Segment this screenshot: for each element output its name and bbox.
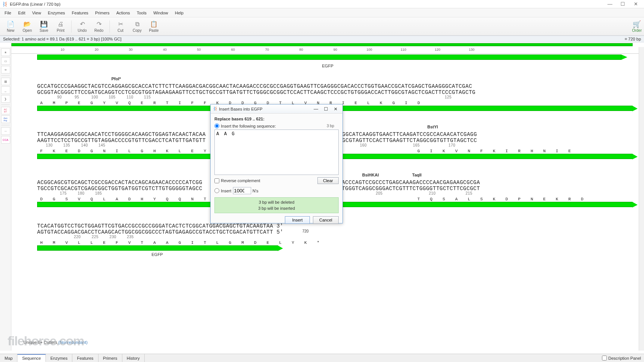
menu-enzymes[interactable]: Enzymes: [45, 9, 68, 16]
toolbar-separator: [109, 20, 110, 33]
sequence-top-strand[interactable]: GCCATGCCCGAAGGCTACGTCCAGGAGCGCACCATCTTCT…: [37, 83, 633, 89]
sequence-top-strand[interactable]: ACCCAGTCCGCCCTGAGCAAAGACCCCAACGAGAAGCGCG…: [342, 179, 480, 186]
cart-icon: 🛒: [633, 20, 641, 28]
print-icon: 🖨: [57, 20, 64, 28]
sequence-top-strand[interactable]: GGCATCAAGGTGAACTTCAAGATCCGCCACAACATCGAGG: [342, 131, 477, 137]
new-icon: 📄: [7, 20, 14, 28]
dialog-maximize-button[interactable]: ☐: [321, 106, 330, 112]
toolbar: 📄New 📂Open 💾Save 🖨Print ↶Undo ↷Redo ✂Cut…: [0, 17, 644, 36]
new-button[interactable]: 📄New: [2, 19, 19, 34]
menu-bar: File Edit View Enzymes Features Primers …: [0, 8, 644, 17]
window-title: EGFP.dna (Linear / 720 bp): [10, 2, 605, 6]
enzyme-site[interactable]: TaqII: [412, 173, 422, 177]
save-button[interactable]: 💾Save: [36, 19, 52, 34]
dialog-icon: [213, 106, 217, 112]
cut-icon: ✂: [117, 20, 124, 28]
menu-view[interactable]: View: [29, 9, 44, 16]
feature-label: EGFP: [11, 64, 644, 68]
cut-button[interactable]: ✂Cut: [112, 19, 129, 34]
cancel-button[interactable]: Cancel: [313, 216, 339, 224]
tab-features[interactable]: Features: [72, 354, 98, 362]
dialog-minimize-button[interactable]: —: [311, 106, 320, 112]
tab-enzymes[interactable]: Enzymes: [46, 354, 72, 362]
redo-icon: ↷: [95, 20, 103, 28]
sequence-bottom-strand[interactable]: AGTGTACCAGGACGACCTCAAGCACTGGCGGCGGCCCTAG…: [37, 229, 633, 235]
dialog-heading: Replace bases 619 .. 621:: [214, 117, 339, 121]
dialog-body: Replace bases 619 .. 621: Insert the fol…: [211, 114, 342, 227]
minimize-button[interactable]: —: [605, 1, 614, 7]
maximize-button[interactable]: ☐: [618, 1, 627, 7]
side-tool[interactable]: ▦: [1, 78, 10, 85]
side-tool[interactable]: ★: [1, 48, 10, 56]
position-ticks: 90 95 100 105 110 115 125: [37, 95, 633, 101]
side-tool[interactable]: CCA: [1, 136, 10, 144]
vertical-scrollbar[interactable]: [639, 47, 644, 351]
sequence-bottom-strand[interactable]: TGGGTCAGGCGGGACTCGTTTCTGGGGTTGCTCTTCGCGC…: [342, 186, 480, 192]
menu-file[interactable]: File: [2, 9, 14, 16]
position-ticks: 220 225 230 235: [37, 235, 633, 240]
dialog-title: Insert Bases into EGFP: [219, 107, 311, 111]
paste-icon: 📋: [150, 20, 158, 28]
insert-bases-dialog: Insert Bases into EGFP — ☐ ✕ Replace bas…: [210, 104, 343, 223]
sequence-bottom-strand[interactable]: TGCCGTCGCACGTCGAGCGGCTGGTGATGGTCGTCTTGTG…: [37, 186, 202, 192]
menu-tools[interactable]: Tools: [134, 9, 150, 16]
sequence-input[interactable]: [214, 130, 339, 175]
side-tool[interactable]: AsnArg: [1, 115, 10, 123]
enzyme-site[interactable]: BstYI: [427, 125, 438, 129]
tab-primers[interactable]: Primers: [98, 354, 122, 362]
feature-arrow[interactable]: [37, 245, 278, 251]
sequence-bottom-strand[interactable]: AAGTTCCTCCTGCCGTTGTAGGACCCCGTGTTCGACCTCA…: [37, 137, 206, 144]
print-button[interactable]: 🖨Print: [52, 19, 69, 34]
undo-button[interactable]: ↶Undo: [74, 19, 91, 34]
sequence-top-strand[interactable]: TTCAAGGAGGACGGCAACATCCTGGGGCACAAGCTGGAGT…: [37, 131, 206, 137]
side-tool[interactable]: ACST: [1, 107, 10, 114]
status-message: 3 bp will be deleted 3 bp will be insert…: [214, 197, 339, 213]
enzyme-site[interactable]: BsiHKAI: [362, 173, 379, 177]
menu-primers[interactable]: Primers: [92, 9, 113, 16]
dialog-titlebar: Insert Bases into EGFP — ☐ ✕: [211, 105, 342, 114]
n-count-input[interactable]: [233, 187, 251, 194]
sequence-bottom-strand[interactable]: GCGTAGTTCCACTTGAAGTTCTAGGCGGTGTTGTAGCTCC: [342, 137, 477, 144]
close-button[interactable]: ✕: [631, 1, 640, 7]
side-tool[interactable]: ⎯: [1, 86, 10, 94]
side-tool[interactable]: ↔: [1, 127, 10, 135]
app-icon: [2, 2, 8, 7]
sequence-length: = 720 bp: [625, 37, 641, 41]
menu-help[interactable]: Help: [172, 9, 187, 16]
side-tool[interactable]: ❯: [1, 95, 10, 103]
menu-actions[interactable]: Actions: [113, 9, 133, 16]
bp-count: 3 bp: [327, 124, 334, 128]
tab-map[interactable]: Map: [0, 354, 17, 362]
dialog-close-button[interactable]: ✕: [331, 106, 340, 112]
sequence-top-strand[interactable]: ACGGCAGCGTGCAGCTCGCCGACCACTACCAGCAGAACAC…: [37, 179, 202, 186]
insert-button[interactable]: Insert: [285, 216, 310, 224]
cutter-filter[interactable]: Unique 6+ Cutters (Nonredundant): [23, 340, 88, 345]
menu-window[interactable]: Window: [150, 9, 171, 16]
reverse-complement-checkbox[interactable]: [214, 178, 219, 183]
menu-edit[interactable]: Edit: [15, 9, 28, 16]
side-tool[interactable]: ▭: [1, 57, 10, 65]
clear-button[interactable]: Clear: [317, 177, 339, 184]
description-panel-checkbox[interactable]: [602, 356, 607, 360]
open-icon: 📂: [23, 20, 31, 28]
side-tool[interactable]: ➜: [1, 66, 10, 73]
tab-sequence[interactable]: Sequence: [17, 354, 46, 362]
paste-button[interactable]: 📋Paste: [145, 19, 162, 34]
feature-arrow[interactable]: [37, 55, 621, 62]
insert-ns-radio[interactable]: [214, 188, 219, 193]
ruler: 10 20 30 40 50 60 70 80 90 100 110 120 1…: [11, 47, 644, 54]
open-button[interactable]: 📂Open: [19, 19, 36, 34]
order-button[interactable]: 🛒Order: [632, 20, 642, 33]
selection-status-bar: Selected: 1 amino acid = 89.1 Da (619 ..…: [0, 36, 644, 42]
tab-history[interactable]: History: [122, 354, 145, 362]
insert-sequence-radio[interactable]: [214, 123, 219, 128]
sequence-minimap[interactable]: [0, 42, 644, 47]
sequence-bottom-strand[interactable]: GCGGTACGGGCTTCCGATGCAGGTCCTCGCGTGGTAGAAG…: [37, 89, 633, 95]
copy-button[interactable]: ⧉Copy: [129, 19, 145, 34]
redo-button[interactable]: ↷Redo: [91, 19, 107, 34]
description-panel-toggle[interactable]: Description Panel: [599, 354, 644, 362]
menu-features[interactable]: Features: [69, 9, 91, 16]
enzyme-site[interactable]: PfoI*: [111, 76, 121, 81]
minimap-fill: [11, 43, 633, 46]
copy-icon: ⧉: [133, 20, 141, 28]
